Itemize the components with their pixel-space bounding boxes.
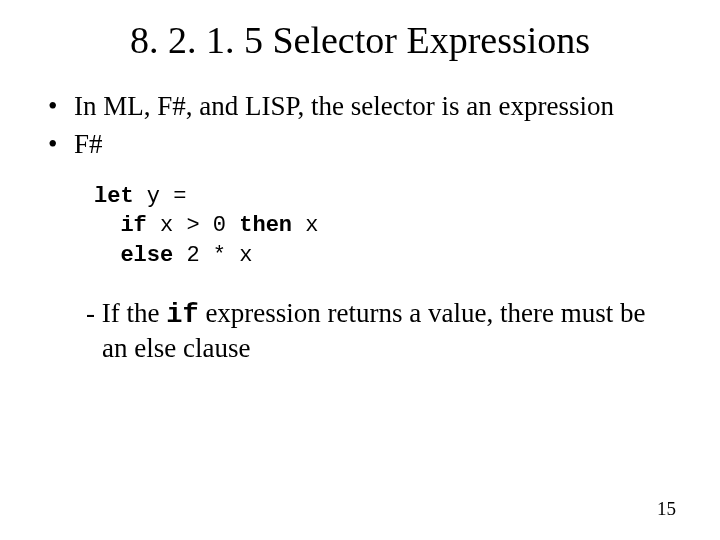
code-keyword: else [120,243,173,268]
note-pre: - If the [86,298,166,328]
code-keyword: if [120,213,146,238]
code-keyword: then [239,213,292,238]
code-text: x [292,213,318,238]
code-text: x > 0 [147,213,239,238]
code-text: 2 * x [173,243,252,268]
bullet-item: In ML, F#, and LISP, the selector is an … [48,90,672,124]
code-text: y = [134,184,187,209]
slide-content: In ML, F#, and LISP, the selector is an … [0,90,720,366]
note-text: - If the if expression returns a value, … [86,297,672,367]
code-keyword: if [166,300,198,330]
bullet-item: F# [48,128,672,162]
bullet-list: In ML, F#, and LISP, the selector is an … [48,90,672,162]
code-block: let y = if x > 0 then x else 2 * x [94,182,672,271]
slide-title: 8. 2. 1. 5 Selector Expressions [0,18,720,62]
code-keyword: let [94,184,134,209]
page-number: 15 [657,498,676,520]
